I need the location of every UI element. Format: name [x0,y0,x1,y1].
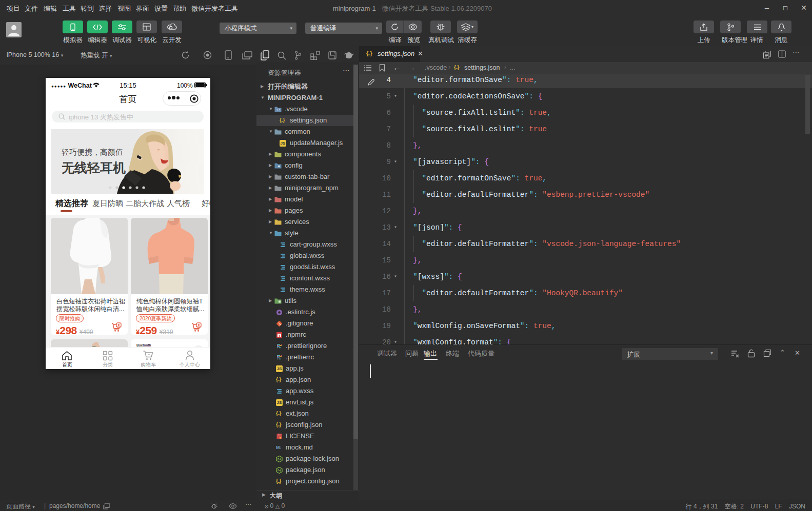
svg-text:无线轻耳机: 无线轻耳机 [61,160,126,175]
svg-text:轻巧便携，高颜值: 轻巧便携，高颜值 [62,148,123,156]
